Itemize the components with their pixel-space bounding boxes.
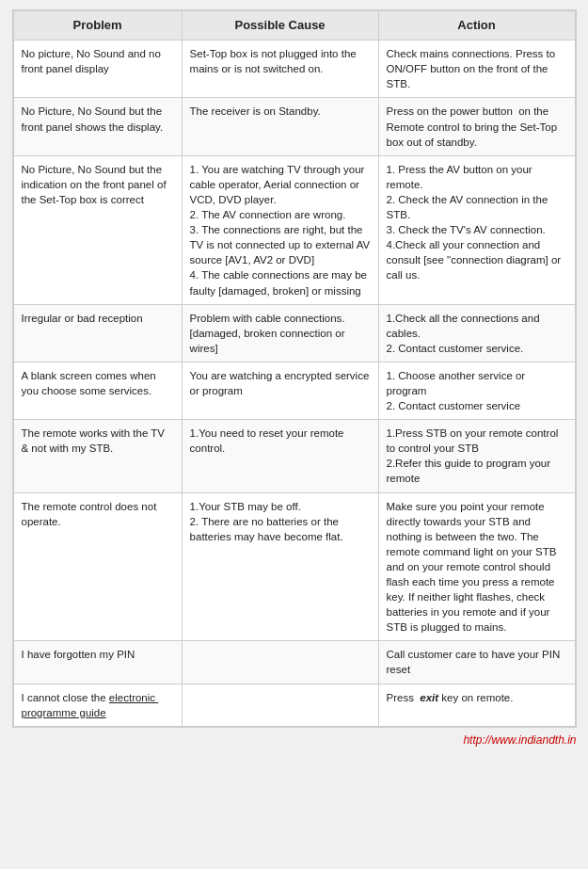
action-cell: Check mains connections. Press to ON/OFF… <box>378 40 575 98</box>
action-cell: Call customer care to have your PIN rese… <box>378 641 575 684</box>
cause-cell: You are watching a encrypted service or … <box>182 362 378 419</box>
cause-cell: 1.Your STB may be off. 2. There are no b… <box>182 492 378 641</box>
problem-cell: The remote works with the TV & not with … <box>13 420 182 492</box>
header-cause: Possible Cause <box>182 11 378 40</box>
header-problem: Problem <box>13 11 182 40</box>
problem-cell: No picture, No Sound and no front panel … <box>13 40 182 98</box>
cause-cell: Problem with cable connections. [damaged… <box>182 304 378 362</box>
cause-cell <box>182 641 378 684</box>
action-cell: 1. Choose another service or program 2. … <box>378 362 575 419</box>
cause-cell: The receiver is on Standby. <box>182 98 378 155</box>
cause-cell: 1. You are watching TV through your cabl… <box>182 155 378 304</box>
problem-cell: No Picture, No Sound but the indication … <box>13 155 182 304</box>
cause-cell <box>182 684 378 726</box>
action-cell: 1.Press STB on your remote control to co… <box>378 420 575 492</box>
problem-cell: No Picture, No Sound but the front panel… <box>13 98 182 155</box>
cause-cell: 1.You need to reset your remote control. <box>182 420 378 492</box>
problem-cell: I cannot close the electronic programme … <box>13 684 182 726</box>
problem-cell: Irregular or bad reception <box>13 304 182 362</box>
problem-cell: I have forgotten my PIN <box>13 641 182 684</box>
action-cell: Press exit key on remote. <box>378 684 575 726</box>
action-cell: 1.Check all the connections and cables. … <box>378 304 575 362</box>
action-cell: 1. Press the AV button on your remote. 2… <box>378 155 575 304</box>
action-cell: Press on the power button on the Remote … <box>378 98 575 155</box>
cause-cell: Set-Top box is not plugged into the main… <box>182 40 378 98</box>
problem-cell: The remote control does not operate. <box>13 492 182 641</box>
footer-url: http://www.indiandth.in <box>12 733 577 747</box>
problem-cell: A blank screen comes when you choose som… <box>13 362 182 419</box>
header-action: Action <box>378 11 575 40</box>
action-cell: Make sure you point your remote directly… <box>378 492 575 641</box>
